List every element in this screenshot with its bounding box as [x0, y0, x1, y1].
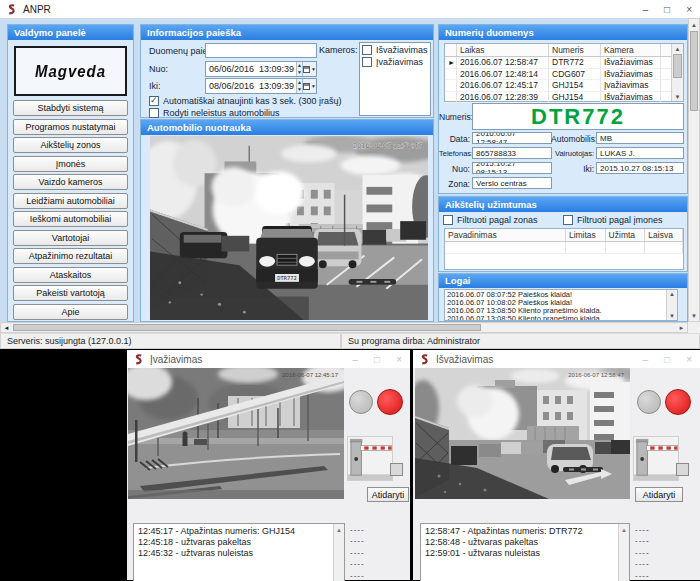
checkbox-icon[interactable]: [362, 45, 372, 55]
entry-titlebar[interactable]: Įvažiavimas – □ ×: [127, 350, 410, 368]
table-row[interactable]: 2016.06.07 12:45:17 GHJ154 Įvažiavimas: [445, 80, 683, 92]
scrollbar-thumb[interactable]: [690, 31, 698, 111]
main-photo: DTR772 2016-06-07 12:58:47: [150, 136, 428, 320]
close-icon[interactable]: ×: [686, 354, 692, 365]
col-limitas[interactable]: Limitas: [566, 229, 606, 241]
sidebar-item-ataskaitos[interactable]: Ataskaitos: [13, 267, 128, 283]
log-scrollbar[interactable]: ▲▼: [618, 524, 629, 581]
logs-scrollbar[interactable]: ▲ ▼: [666, 290, 677, 320]
sidebar-item-programos-nustatymai[interactable]: Programos nustatymai: [13, 119, 128, 135]
table-row[interactable]: 2016.06.07 12:48:14 CDG607 Išvažiavimas: [445, 69, 683, 81]
status-user: Su programa dirba: Administrator: [341, 334, 700, 349]
checkbox-icon[interactable]: [563, 215, 573, 225]
camera-option-ivaziavimas[interactable]: Įvažiavimas: [362, 57, 428, 67]
checkbox-icon[interactable]: [362, 57, 372, 67]
barrier-checkbox[interactable]: [390, 463, 403, 476]
sidebar-item-ieskomi-automobiliai[interactable]: Ieškomi automobiliai: [13, 211, 128, 227]
table-row[interactable]: 2016.06.07 12:28:39 GHJ154 Išvažiavimas: [445, 92, 683, 104]
red-light-on: [665, 389, 691, 415]
col-kamera[interactable]: Kamera: [601, 44, 661, 56]
scroll-down-icon[interactable]: ▼: [667, 312, 677, 320]
green-light-off: [349, 390, 373, 414]
to-calendar-button[interactable]: ▼: [302, 79, 316, 93]
main-titlebar[interactable]: ANPR – □ ×: [0, 0, 700, 18]
from-calendar-button[interactable]: ▼: [302, 62, 316, 76]
main-horizontal-scrollbar[interactable]: ◄ ►: [0, 322, 688, 333]
screen: ANPR – □ × Valdymo panelė Magveda Stabdy…: [0, 0, 700, 581]
sidebar-item-vaizdo-kameros[interactable]: Vaizdo kameros: [13, 174, 128, 190]
maximize-icon[interactable]: □: [374, 354, 380, 365]
from-date-value: 06/06/2016: [206, 62, 257, 76]
cameras-label: Kameros:: [319, 45, 358, 55]
barrier-checkbox[interactable]: [676, 463, 689, 476]
automobilis-field[interactable]: MB: [596, 132, 684, 144]
scroll-up-icon[interactable]: ▲: [672, 44, 683, 53]
telefonas-field[interactable]: 865788833: [472, 147, 552, 159]
scroll-up-icon[interactable]: ▲: [336, 525, 342, 536]
scrollbar-thumb[interactable]: [673, 54, 682, 78]
sidebar-item-stabdyti-sistema[interactable]: Stabdyti sistemą: [13, 100, 128, 116]
red-light-on: [377, 389, 403, 415]
scroll-up-icon[interactable]: ▲: [689, 19, 699, 30]
exit-titlebar[interactable]: Išvažiavimas – □ ×: [413, 350, 700, 368]
maximize-icon[interactable]: □: [664, 354, 670, 365]
minimize-icon[interactable]: –: [353, 354, 359, 365]
sidebar-item-leidziami-automobiliai[interactable]: Leidžiami automobiliai: [13, 193, 128, 209]
sidebar-buttons: Stabdyti sistemą Programos nustatymai Ai…: [13, 100, 128, 322]
col-pavadinimas[interactable]: Pavadinimas: [445, 229, 566, 241]
open-barrier-button[interactable]: Atidaryti: [635, 487, 683, 502]
vairuotojas-field[interactable]: LUKAS J.: [596, 147, 684, 159]
col-numeris[interactable]: Numeris: [549, 44, 601, 56]
filter-zones-checkbox[interactable]: Filtruoti pagal zonas: [443, 215, 538, 225]
maximize-icon[interactable]: □: [664, 4, 670, 15]
scroll-right-icon[interactable]: ►: [676, 323, 687, 332]
col-uzimta[interactable]: Užimta: [606, 229, 646, 241]
main-vertical-scrollbar[interactable]: ▲ ▼: [688, 18, 700, 322]
status-server: Serveris: susijungta (127.0.0.1): [0, 334, 341, 349]
sidebar-item-imones[interactable]: Įmonės: [13, 156, 128, 172]
camera-option-isvaziavimas[interactable]: Išvažiavimas: [362, 45, 428, 55]
close-icon[interactable]: ×: [686, 4, 692, 15]
sidebar-item-atpazinimo-rezultatai[interactable]: Atpažinimo rezultatai: [13, 248, 128, 264]
entry-event-log[interactable]: 12:45:17 - Atpažintas numeris: GHJ154 12…: [133, 523, 345, 581]
minimize-icon[interactable]: –: [643, 354, 649, 365]
zona-field[interactable]: Verslo centras: [472, 177, 552, 189]
iki-field[interactable]: 2015.10.27 08:15:13: [596, 162, 684, 174]
logs-list[interactable]: 2016.06.07 08:07:52 Paieškos klaida! 201…: [444, 289, 678, 321]
dash-column: ---- ---- ---- ---- ---- ----: [635, 524, 659, 581]
sidebar-item-pakeisti-vartotoja[interactable]: Pakeisti vartotoją: [13, 285, 128, 301]
close-icon[interactable]: ×: [396, 354, 402, 365]
window-title: Įvažiavimas: [150, 354, 202, 365]
sidebar-item-aiksteliu-zonos[interactable]: Aikštelių zonos: [13, 137, 128, 153]
cameras-listbox[interactable]: Išvažiavimas Įvažiavimas: [359, 42, 431, 116]
nuo-field[interactable]: 2015.10.27 08:15:13: [472, 162, 552, 174]
search-input[interactable]: [205, 43, 317, 58]
table-row[interactable]: ► 2016.06.07 12:58:47 DTR772 Išvažiavima…: [445, 57, 683, 69]
checkbox-icon[interactable]: [149, 108, 159, 118]
window-title: Išvažiavimas: [436, 354, 493, 365]
plates-table-scrollbar[interactable]: ▲ ▼: [671, 44, 683, 101]
checkbox-checked-icon[interactable]: [149, 96, 159, 106]
sidebar-item-vartotojai[interactable]: Vartotojai: [13, 230, 128, 246]
camera-timestamp: 2016-06-07 12:45:17: [282, 372, 338, 378]
scrollbar-thumb[interactable]: [13, 324, 481, 331]
scroll-up-icon[interactable]: ▲: [667, 290, 677, 298]
to-date-value: 08/06/2016: [206, 79, 257, 93]
from-date-field[interactable]: 06/06/2016 13:09:39 ▲▼ ▼: [205, 61, 317, 77]
exit-event-log[interactable]: 12:58:47 - Atpažintas numeris: DTR772 12…: [420, 523, 630, 581]
open-barrier-button[interactable]: Atidaryti: [367, 487, 409, 502]
checkbox-icon[interactable]: [443, 215, 453, 225]
data-field[interactable]: 2016.06.07 12:58:47: [472, 132, 552, 144]
log-scrollbar[interactable]: ▲▼: [333, 524, 344, 581]
col-laisva[interactable]: Laisva: [645, 229, 683, 241]
col-laikas[interactable]: Laikas: [457, 44, 549, 56]
scroll-up-icon[interactable]: ▲: [621, 525, 627, 536]
scroll-left-icon[interactable]: ◄: [1, 323, 12, 332]
filter-companies-checkbox[interactable]: Filtruoti pagal įmones: [563, 215, 663, 225]
occupancy-panel: Aikštelių užimtumas Filtruoti pagal zona…: [438, 196, 688, 272]
scroll-down-icon[interactable]: ▼: [672, 92, 683, 101]
minimize-icon[interactable]: –: [643, 4, 649, 15]
scroll-down-icon[interactable]: ▼: [689, 310, 699, 321]
to-date-field[interactable]: 08/06/2016 13:09:39 ▲▼ ▼: [205, 78, 317, 94]
sidebar-item-apie[interactable]: Apie: [13, 304, 128, 320]
